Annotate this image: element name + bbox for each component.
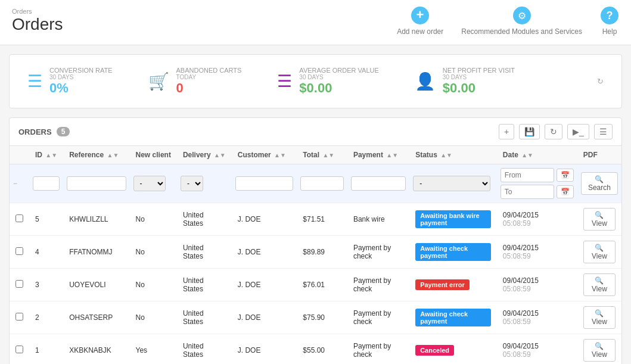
row-date: 09/04/201505:08:59 <box>497 301 577 334</box>
status-badge: Awaiting bank wire payment <box>415 210 491 228</box>
row-date: 09/04/201505:08:59 <box>497 203 577 236</box>
th-total[interactable]: Total ▲▼ <box>297 146 347 164</box>
net-profit-period: 30 DAYS <box>443 74 515 80</box>
page-header: Orders Orders + Add new order ⚙ Recommen… <box>0 0 631 45</box>
row-view[interactable]: 🔍 View <box>577 269 621 301</box>
add-icon: + <box>411 6 430 25</box>
view-button[interactable]: 🔍 View <box>583 339 616 362</box>
terminal-button[interactable]: ▶_ <box>567 124 589 139</box>
status-filter-select[interactable]: - Awaiting bank wire payment Awaiting ch… <box>413 176 490 191</box>
orders-section: ORDERS 5 + 💾 ↻ ▶_ ☰ ID ▲▼ Reference ▲▼ N… <box>9 117 622 364</box>
calendar-from-button[interactable]: 📅 <box>557 169 574 182</box>
delivery-filter-select[interactable]: - <box>181 176 203 191</box>
row-payment: Payment by check <box>347 334 409 365</box>
header-actions: + Add new order ⚙ Recommended Modules an… <box>397 6 619 36</box>
add-new-order-button[interactable]: + Add new order <box>397 6 443 36</box>
page-title: Orders <box>12 15 63 34</box>
row-customer: J. DOE <box>232 203 297 236</box>
th-payment[interactable]: Payment ▲▼ <box>347 146 409 164</box>
filter-status[interactable]: - Awaiting bank wire payment Awaiting ch… <box>409 164 497 203</box>
th-reference[interactable]: Reference ▲▼ <box>63 146 129 164</box>
filter-row: − - Yes No - <box>10 164 621 203</box>
view-button[interactable]: 🔍 View <box>583 241 616 263</box>
th-new-client[interactable]: New client <box>130 146 177 164</box>
row-date: 09/04/201505:08:59 <box>497 269 577 301</box>
add-order-toolbar-button[interactable]: + <box>499 124 514 139</box>
row-checkbox-cell[interactable] <box>10 269 29 301</box>
row-total: $75.90 <box>297 301 347 334</box>
filter-id[interactable] <box>29 164 63 203</box>
refresh-button[interactable]: ↻ <box>597 77 604 86</box>
row-view[interactable]: 🔍 View <box>577 236 621 269</box>
row-checkbox-cell[interactable] <box>10 203 29 236</box>
row-total: $55.00 <box>297 334 347 365</box>
payment-filter-input[interactable] <box>351 176 406 191</box>
filter-reference[interactable] <box>63 164 129 203</box>
recommended-modules-button[interactable]: ⚙ Recommended Modules and Services <box>461 6 582 36</box>
filter-date[interactable]: 📅 📅 <box>497 164 577 203</box>
view-button[interactable]: 🔍 View <box>583 306 616 329</box>
filter-payment[interactable] <box>347 164 409 203</box>
row-reference: FFATNOMMJ <box>63 236 129 269</box>
help-icon: ? <box>600 6 619 25</box>
net-profit-value: $0.00 <box>443 80 515 96</box>
row-id: 2 <box>29 301 63 334</box>
row-reference: KHWLILZLL <box>63 203 129 236</box>
reference-filter-input[interactable] <box>67 176 126 191</box>
new-client-filter-select[interactable]: - Yes No <box>133 176 166 191</box>
row-checkbox-cell[interactable] <box>10 301 29 334</box>
svg-text:⚙: ⚙ <box>518 11 526 21</box>
th-id[interactable]: ID ▲▼ <box>29 146 63 164</box>
row-reference: OHSATSERP <box>63 301 129 334</box>
row-reference: XKBKNABJK <box>63 334 129 365</box>
row-checkbox-cell[interactable] <box>10 236 29 269</box>
row-checkbox[interactable] <box>15 214 23 222</box>
calendar-to-button[interactable]: 📅 <box>557 185 574 198</box>
filter-minus: − <box>10 164 29 203</box>
row-checkbox[interactable] <box>15 346 23 353</box>
help-button[interactable]: ? Help <box>600 6 619 36</box>
row-id: 3 <box>29 269 63 301</box>
filter-search[interactable]: 🔍 Search <box>577 164 621 203</box>
net-profit-icon: 👤 <box>415 71 436 91</box>
table-row: 4 FFATNOMMJ No United States J. DOE $89.… <box>10 236 621 269</box>
refresh-orders-button[interactable]: ↻ <box>545 124 562 139</box>
menu-button[interactable]: ☰ <box>594 124 613 139</box>
row-view[interactable]: 🔍 View <box>577 334 621 365</box>
row-view[interactable]: 🔍 View <box>577 301 621 334</box>
conversion-rate-period: 30 DAYS <box>49 74 113 80</box>
row-view[interactable]: 🔍 View <box>577 203 621 236</box>
row-checkbox[interactable] <box>15 247 23 255</box>
orders-title-text: ORDERS <box>18 127 52 136</box>
customer-filter-input[interactable] <box>235 176 294 191</box>
date-from-input[interactable] <box>501 168 554 182</box>
filter-total[interactable] <box>297 164 347 203</box>
th-status[interactable]: Status ▲▼ <box>409 146 497 164</box>
row-checkbox[interactable] <box>15 313 23 321</box>
average-order-icon: ☰ <box>277 71 292 91</box>
orders-header: ORDERS 5 + 💾 ↻ ▶_ ☰ <box>10 118 621 146</box>
total-filter-input[interactable] <box>300 176 344 191</box>
row-new-client: Yes <box>130 334 177 365</box>
th-customer[interactable]: Customer ▲▼ <box>232 146 297 164</box>
view-button[interactable]: 🔍 View <box>583 273 616 296</box>
th-delivery[interactable]: Delivery ▲▼ <box>177 146 232 164</box>
row-id: 1 <box>29 334 63 365</box>
row-checkbox[interactable] <box>15 280 23 288</box>
average-order-value: $0.00 <box>299 80 378 96</box>
view-button[interactable]: 🔍 View <box>583 208 616 231</box>
export-button[interactable]: 💾 <box>519 124 540 139</box>
th-date[interactable]: Date ▲▼ <box>497 146 577 164</box>
search-button[interactable]: 🔍 Search <box>581 172 618 195</box>
row-status: Awaiting check payment <box>409 236 497 269</box>
filter-delivery[interactable]: - <box>177 164 232 203</box>
filter-customer[interactable] <box>232 164 297 203</box>
table-row: 2 OHSATSERP No United States J. DOE $75.… <box>10 301 621 334</box>
row-payment: Bank wire <box>347 203 409 236</box>
row-status: Canceled <box>409 334 497 365</box>
row-checkbox-cell[interactable] <box>10 334 29 365</box>
id-filter-input[interactable] <box>33 176 60 191</box>
filter-new-client[interactable]: - Yes No <box>130 164 177 203</box>
date-to-input[interactable] <box>501 185 554 199</box>
row-status: Awaiting bank wire payment <box>409 203 497 236</box>
